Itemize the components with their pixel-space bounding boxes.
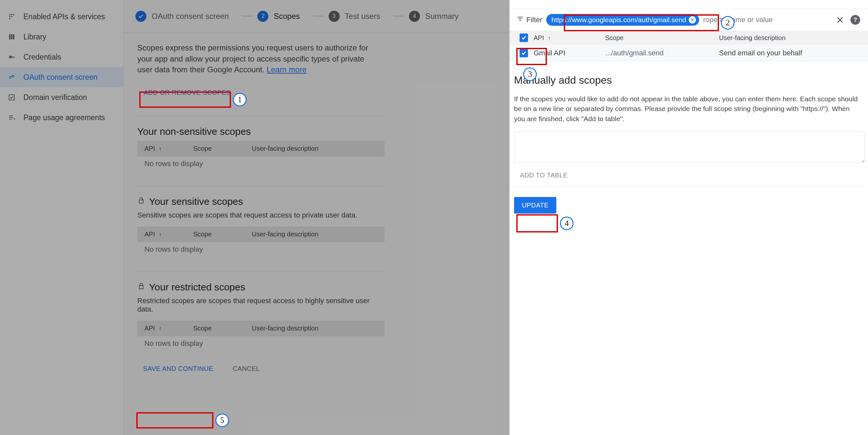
sort-ascending-icon [547,34,551,42]
filter-bar: Filter https://www.googleapis.com/auth/g… [509,9,868,31]
add-to-table-button[interactable]: ADD TO TABLE [514,164,862,187]
chip-text: https://www.googleapis.com/auth/gmail.se… [552,16,686,24]
manual-scopes-textarea[interactable] [514,132,865,163]
modal-overlay [0,0,509,435]
col-scope-label: Scope [605,34,719,42]
svg-rect-21 [519,19,522,19]
panel-spacer [509,0,868,9]
chip-remove-icon[interactable]: ✕ [689,16,696,24]
divider [509,187,866,187]
update-button[interactable]: UPDATE [514,197,556,213]
filter-icon [517,15,524,24]
sort-api-column[interactable]: API [533,34,605,42]
col-desc-label: User-facing description [719,34,863,42]
row-api: Gmail API [533,49,605,57]
select-all-checkbox[interactable] [514,33,533,42]
manual-scopes-section: Manually add scopes If the scopes you wo… [509,61,868,213]
row-scope: .../auth/gmail.send [605,49,719,57]
scope-row[interactable]: Gmail API .../auth/gmail.send Send email… [509,45,868,61]
filter-label-text: Filter [526,16,542,24]
scope-table-header: API Scope User-facing description [509,31,868,45]
manual-add-description: If the scopes you would like to add do n… [514,94,862,124]
row-checkbox[interactable] [514,49,533,57]
filter-button[interactable]: Filter [517,15,542,24]
scopes-selector-panel: Filter https://www.googleapis.com/auth/g… [509,0,868,435]
filter-chip[interactable]: https://www.googleapis.com/auth/gmail.se… [546,14,699,26]
filter-input[interactable] [703,16,830,24]
manual-add-heading: Manually add scopes [514,74,862,86]
svg-rect-20 [518,17,523,18]
svg-rect-22 [519,21,521,21]
clear-filter-button[interactable] [834,13,846,26]
row-desc: Send email on your behalf [719,49,863,57]
help-icon[interactable]: ? [850,15,860,25]
col-api-label: API [533,34,544,42]
